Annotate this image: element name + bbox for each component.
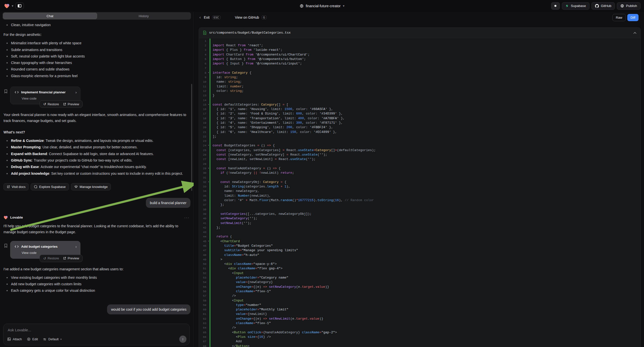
project-switcher[interactable]: financial-future-creator ▾ — [300, 4, 344, 8]
code-line: 25 const [categories, setCategories] = R… — [199, 148, 640, 152]
project-name: financial-future-creator — [306, 4, 340, 8]
code-line: 15▾const defaultCategories: Category[] =… — [199, 102, 640, 107]
code-line: 39 setCategories([...categories, newCate… — [199, 212, 640, 216]
restore-label: Restore — [48, 102, 59, 106]
code-line: 30 if (!newCategory || !newLimit) return… — [199, 171, 640, 175]
visit-docs-button[interactable]: Visit docs — [4, 183, 29, 190]
file-header[interactable]: src/components/budget/BudgetCategories.t… — [199, 28, 640, 38]
code-line: 66 <Plus size={16} /> — [199, 334, 640, 339]
knowledge-icon — [74, 185, 78, 188]
code-icon — [14, 91, 19, 94]
code-line: 63 className="flex-1" — [199, 321, 640, 325]
tab-history[interactable]: History — [97, 13, 191, 19]
edit-mode-button[interactable]: Edit — [27, 337, 38, 341]
code-line: 41 setNewLimit(''); — [199, 221, 640, 225]
bookmark-icon[interactable] — [4, 89, 8, 94]
chat-bubble-icon — [34, 185, 37, 188]
sidebar-toggle-button[interactable] — [16, 2, 24, 9]
esc-shortcut-badge: ESC — [212, 16, 220, 20]
list-item: GitHub Sync: Transfer your project's cod… — [4, 157, 190, 164]
diff-added-bar — [210, 98, 210, 102]
logo-chevron-down-icon[interactable]: ▾ — [12, 4, 14, 8]
view-code-link[interactable]: View code — [22, 251, 77, 255]
chevron-right-icon[interactable]: › — [76, 244, 77, 249]
tab-chat[interactable]: Chat — [3, 13, 97, 19]
fold-chevron-icon[interactable]: ▾ — [208, 144, 209, 146]
explore-supabase-button[interactable]: Explore Supabase — [30, 183, 69, 190]
model-selector[interactable]: Default ▾ — [43, 337, 62, 341]
code-line: 48 className="h-auto" — [199, 253, 640, 257]
diff-added-bar — [210, 139, 210, 144]
fold-chevron-icon[interactable]: ▾ — [208, 72, 209, 74]
version-card-add-budget-categories[interactable]: Add budget categories › View code ↺ Rest… — [10, 241, 80, 259]
github-button[interactable]: GitHub — [592, 2, 615, 10]
code-line: 8▾interface Category { — [199, 70, 640, 75]
code-line: 42 }; — [199, 225, 640, 230]
fold-chevron-icon[interactable]: ▾ — [208, 181, 209, 183]
version-card-implement-financial-planner[interactable]: Implement financial planner › View code … — [10, 87, 80, 104]
restore-button[interactable]: ↺ Restore — [43, 256, 59, 260]
code-line: 31 — [199, 175, 640, 180]
preview-button[interactable]: Preview — [63, 256, 79, 260]
code-line: 24▾const BudgetCategories = () => { — [199, 144, 640, 148]
code-line: 50 <div className="space-y-6"> — [199, 262, 640, 266]
view-code-link[interactable]: View code — [22, 96, 77, 100]
external-link-icon — [63, 102, 66, 106]
restore-button[interactable]: ↺ Restore — [43, 102, 59, 106]
chat-scrollbar[interactable] — [191, 84, 192, 191]
version-card-row: Add budget categories › View code ↺ Rest… — [4, 241, 90, 259]
send-button[interactable]: ↑ — [179, 336, 186, 343]
code-line: 7 — [199, 66, 640, 70]
list-item: Master Prompting: Use clear, detailed, a… — [4, 144, 190, 150]
code-line: 68 </Button> — [199, 344, 640, 347]
code-line: 2import React from 'react'; — [199, 43, 640, 48]
whats-next-heading: What's next? — [4, 129, 190, 135]
preview-button[interactable]: Preview — [63, 102, 79, 106]
diff-toggle-button[interactable]: Diff — [627, 14, 638, 21]
message-more-menu[interactable]: ··· — [184, 215, 190, 220]
list-item: Minimalist interface with plenty of whit… — [4, 40, 190, 46]
supabase-button[interactable]: Supabase — [562, 2, 590, 10]
raw-toggle-button[interactable]: Raw — [612, 14, 626, 21]
edit-label: Edit — [32, 337, 38, 341]
gear-icon — [554, 4, 558, 8]
chat-panel: Chat History Clean, intuitive navigation… — [0, 12, 194, 347]
fold-chevron-icon[interactable]: ▾ — [208, 103, 209, 106]
code-line: 3import { Plus } from 'lucide-react'; — [199, 48, 640, 52]
code-line: 13} — [199, 93, 640, 98]
restore-label: Restore — [48, 256, 59, 260]
view-on-github-button[interactable]: View on GitHub G — [235, 16, 266, 20]
fold-chevron-icon[interactable]: ▾ — [208, 240, 209, 242]
github-label: GitHub — [601, 4, 612, 8]
code-line: 53 placeholder="Category name" — [199, 275, 640, 280]
code-line: 57 /> — [199, 294, 640, 298]
arrow-up-icon: ↑ — [182, 337, 184, 341]
code-line: 45▾ <ChartCard — [199, 239, 640, 244]
attach-button[interactable]: Attach — [7, 337, 22, 341]
code-line: 67 Add — [199, 339, 640, 344]
code-line: 18 { id: '3', name: 'Transportation', li… — [199, 116, 640, 120]
collapse-chevron-up-icon[interactable] — [633, 32, 636, 34]
manage-knowledge-button[interactable]: Manage knowledge — [71, 183, 111, 190]
lovable-heart-icon — [4, 215, 8, 220]
fold-chevron-icon[interactable]: ▾ — [208, 167, 209, 169]
diff-added-bar — [210, 230, 210, 234]
code-view-header: ‹ Exit ESC View on GitHub G Raw Diff — [194, 12, 644, 23]
lovable-logo-heart-icon[interactable] — [4, 3, 10, 8]
chat-message-list[interactable]: Clean, intuitive navigation For the desi… — [0, 20, 194, 322]
bookmark-icon[interactable] — [4, 244, 8, 248]
chevron-right-icon[interactable]: › — [76, 90, 77, 94]
code-line: 33 id: String(categories.length + 1), — [199, 184, 640, 189]
exit-button[interactable]: ‹ Exit ESC — [200, 15, 220, 20]
code-lines[interactable]: 12import React from 'react';3import { Pl… — [199, 38, 640, 347]
list-item: Add new budget categories with custom li… — [4, 281, 190, 287]
supabase-label: Supabase — [571, 4, 586, 8]
publish-button[interactable]: Publish — [617, 2, 640, 10]
chat-composer[interactable]: Ask Lovable... Attach Edit Default ▾ — [3, 324, 190, 345]
code-line: 4import ChartCard from '@/components/ui/… — [199, 52, 640, 57]
chat-input[interactable]: Ask Lovable... — [8, 328, 31, 332]
settings-button[interactable] — [551, 2, 560, 10]
target-icon — [27, 337, 30, 341]
code-line: 56 className="flex-1" — [199, 289, 640, 294]
code-line: 65 <Button onClick={handleAddCategory} c… — [199, 330, 640, 334]
